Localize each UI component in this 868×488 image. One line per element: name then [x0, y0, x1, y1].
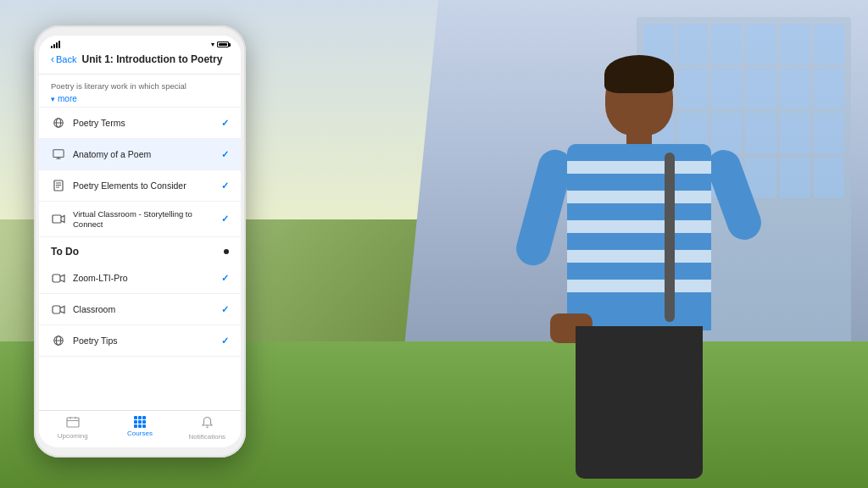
phone-shell: ▾ ‹ Back Unit 1: Introduction to Poetry …	[34, 25, 246, 458]
item-label: Poetry Elements to Consider	[73, 180, 214, 191]
list-item[interactable]: Virtual Classroom - Storytelling to Conn…	[39, 202, 241, 237]
window	[780, 69, 810, 110]
back-chevron-icon: ‹	[51, 53, 54, 65]
person	[512, 34, 766, 474]
signal-bar-4	[58, 41, 60, 48]
page-title: Unit 1: Introduction to Poetry	[81, 53, 222, 65]
checkmark-icon: ✓	[221, 336, 229, 347]
tab-upcoming-label: Upcoming	[58, 432, 88, 440]
bell-icon	[202, 416, 213, 431]
window	[814, 158, 844, 199]
tab-notifications-label: Notifications	[189, 433, 226, 441]
back-navigation[interactable]: ‹ Back Unit 1: Introduction to Poetry	[51, 53, 229, 65]
chevron-down-icon: ▾	[51, 95, 55, 103]
phone-screen: ▾ ‹ Back Unit 1: Introduction to Poetry …	[39, 36, 241, 447]
screen-icon	[51, 147, 66, 162]
more-label[interactable]: more	[58, 94, 77, 103]
item-label: Poetry Tips	[73, 336, 214, 347]
signal-strength-icon	[51, 42, 60, 48]
signal-bar-1	[51, 46, 53, 48]
svg-rect-10	[53, 215, 61, 223]
svg-rect-3	[53, 150, 64, 158]
tab-courses-label: Courses	[127, 430, 153, 437]
battery-fill	[219, 43, 227, 46]
description-text: Poetry is literary work in which special	[51, 81, 229, 92]
video-icon	[51, 212, 66, 227]
window	[780, 158, 810, 199]
checkmark-icon: ✓	[221, 304, 229, 315]
list-item[interactable]: Anatomy of a Poem ✓	[39, 139, 241, 170]
document-icon	[51, 178, 66, 193]
window	[780, 113, 810, 154]
item-label: Virtual Classroom - Storytelling to Conn…	[73, 209, 214, 229]
status-icons: ▾	[211, 41, 229, 48]
svg-rect-16	[67, 418, 79, 427]
item-label: Classroom	[73, 304, 214, 315]
phone-mockup: ▾ ‹ Back Unit 1: Introduction to Poetry …	[34, 25, 246, 458]
content-list: Poetry Terms ✓ Anatomy of a Poem ✓	[39, 108, 241, 410]
calendar-icon	[66, 416, 80, 430]
checkmark-icon: ✓	[221, 180, 229, 191]
window	[780, 24, 810, 65]
section-dot-indicator	[224, 249, 229, 254]
classroom-icon	[51, 302, 66, 317]
tab-bar: Upcoming	[39, 410, 241, 447]
tab-notifications[interactable]: Notifications	[174, 414, 241, 442]
section-title: To Do	[51, 246, 79, 258]
tab-courses[interactable]: Courses	[106, 414, 173, 442]
signal-bar-2	[53, 44, 55, 48]
wifi-icon: ▾	[211, 41, 214, 48]
window	[814, 24, 844, 65]
battery-icon	[217, 42, 229, 47]
list-item[interactable]: Poetry Elements to Consider ✓	[39, 170, 241, 202]
item-label: Zoom-LTI-Pro	[73, 273, 214, 284]
status-bar: ▾	[39, 36, 241, 50]
list-item[interactable]: Poetry Tips ✓	[39, 325, 241, 357]
checkmark-icon: ✓	[221, 273, 229, 284]
item-label: Poetry Terms	[73, 118, 214, 129]
list-item[interactable]: Zoom-LTI-Pro ✓	[39, 263, 241, 294]
checkmark-icon: ✓	[221, 149, 229, 160]
list-item[interactable]: Poetry Terms ✓	[39, 108, 241, 139]
globe-icon	[51, 333, 66, 348]
section-header-todo: To Do	[39, 237, 241, 263]
courses-grid-icon	[134, 416, 146, 428]
zoom-icon	[51, 270, 66, 286]
window	[814, 113, 844, 154]
tab-upcoming[interactable]: Upcoming	[39, 414, 106, 442]
checkmark-icon: ✓	[221, 118, 229, 129]
nav-header: ‹ Back Unit 1: Introduction to Poetry	[39, 50, 241, 75]
checkmark-icon: ✓	[221, 214, 229, 225]
back-label[interactable]: Back	[56, 54, 76, 64]
more-link[interactable]: ▾ more	[51, 94, 229, 103]
svg-rect-12	[53, 306, 60, 313]
svg-rect-11	[53, 274, 60, 282]
list-item[interactable]: Classroom ✓	[39, 294, 241, 325]
globe-icon	[51, 115, 66, 130]
window	[814, 69, 844, 110]
signal-bar-3	[56, 42, 58, 48]
item-label: Anatomy of a Poem	[73, 149, 214, 160]
grid-icon	[134, 416, 146, 428]
description-area: Poetry is literary work in which special…	[39, 75, 241, 108]
